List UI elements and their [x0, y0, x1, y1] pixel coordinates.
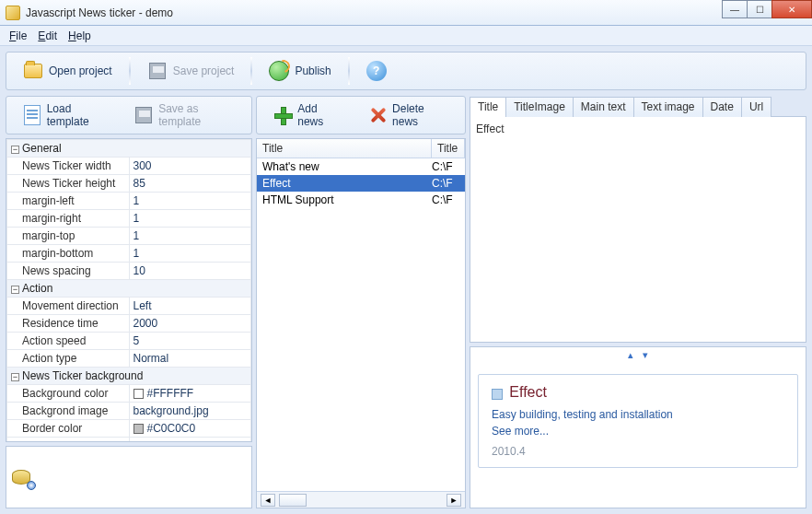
- x-icon: [368, 105, 387, 125]
- open-project-button[interactable]: Open project: [14, 57, 122, 85]
- open-project-label: Open project: [49, 64, 112, 77]
- scroll-right-icon[interactable]: ►: [447, 494, 461, 507]
- preview-body: Easy building, testing and installation: [492, 408, 784, 421]
- help-button[interactable]: ?: [357, 57, 396, 85]
- prop-value[interactable]: #FFFFFF: [129, 385, 251, 403]
- database-icon[interactable]: [12, 466, 34, 488]
- scroll-thumb[interactable]: [279, 494, 307, 507]
- globe-icon: [269, 61, 289, 81]
- menu-bar: File Edit Help: [0, 26, 812, 46]
- delete-news-button[interactable]: Delete news: [359, 99, 458, 132]
- preview-panel: ▴ ▾ Effect Easy building, testing and in…: [470, 346, 806, 508]
- scroll-left-icon[interactable]: ◄: [261, 494, 275, 507]
- save-project-button[interactable]: Save project: [138, 57, 244, 85]
- chevron-down-icon[interactable]: [492, 389, 503, 400]
- collapse-handle[interactable]: ▴ ▾: [470, 347, 806, 363]
- prop-value[interactable]: 1: [129, 193, 251, 210]
- column-titleimage[interactable]: Title: [432, 139, 465, 158]
- preview-card: Effect Easy building, testing and instal…: [478, 374, 798, 468]
- prop-key: News Ticker width: [7, 158, 130, 175]
- tab-maintext[interactable]: Main text: [573, 97, 634, 117]
- prop-key: Border color: [7, 420, 130, 438]
- menu-help[interactable]: Help: [63, 28, 97, 44]
- prop-key: Action speed: [7, 333, 130, 350]
- prop-key: Movement direction: [7, 298, 130, 315]
- list-item-title: Effect: [262, 177, 432, 190]
- prop-value[interactable]: background.jpg: [129, 403, 251, 420]
- prop-key: margin-right: [7, 210, 130, 228]
- prop-value[interactable]: 10: [129, 263, 251, 280]
- preview-title: Effect: [509, 384, 547, 400]
- toolbar-separator: [129, 57, 131, 85]
- tab-date[interactable]: Date: [702, 97, 742, 117]
- list-item-path: C:\F: [432, 193, 459, 206]
- prop-value[interactable]: 1: [129, 210, 251, 228]
- menu-edit[interactable]: Edit: [32, 28, 63, 44]
- publish-label: Publish: [295, 64, 331, 77]
- category-general[interactable]: −General: [7, 140, 251, 158]
- folder-open-icon: [23, 61, 43, 81]
- load-template-label: Load template: [47, 102, 110, 128]
- load-template-button[interactable]: Load template: [14, 99, 119, 132]
- publish-button[interactable]: Publish: [260, 57, 340, 85]
- prop-key: margin-left: [7, 193, 130, 210]
- list-item-title: HTML Support: [262, 193, 432, 206]
- column-title[interactable]: Title: [257, 139, 432, 158]
- prop-key: News spacing: [7, 263, 130, 280]
- help-icon: ?: [366, 61, 387, 81]
- prop-value[interactable]: 300: [129, 158, 251, 175]
- prop-key: margin-top: [7, 228, 130, 245]
- category-background[interactable]: −News Ticker background: [7, 368, 251, 385]
- maximize-button[interactable]: ☐: [747, 0, 772, 18]
- tab-title[interactable]: Title: [470, 97, 506, 117]
- minimize-button[interactable]: —: [722, 0, 748, 18]
- preview-see-more-link[interactable]: See more...: [492, 425, 784, 438]
- delete-news-label: Delete news: [392, 102, 448, 128]
- prop-value[interactable]: Left: [129, 298, 251, 315]
- prop-value[interactable]: 85: [129, 175, 251, 193]
- prop-key: Action type: [7, 350, 130, 368]
- preview-date: 2010.4: [492, 445, 784, 458]
- list-item-title: What's new: [262, 160, 432, 173]
- save-as-template-button[interactable]: Save as template: [126, 99, 244, 132]
- prop-key: Residence time: [7, 315, 130, 333]
- template-toolbar: Load template Save as template: [6, 96, 252, 134]
- news-list-header: Title Title: [257, 139, 465, 158]
- prop-value[interactable]: #C0C0C0: [129, 420, 251, 438]
- prop-value[interactable]: 1: [129, 228, 251, 245]
- toolbar-separator: [348, 57, 350, 85]
- datasource-panel: [6, 446, 252, 508]
- list-item[interactable]: EffectC:\F: [257, 175, 465, 192]
- list-item-path: C:\F: [432, 177, 459, 190]
- prop-value[interactable]: 1: [129, 438, 251, 442]
- prop-value[interactable]: 5: [129, 333, 251, 350]
- list-item-path: C:\F: [432, 160, 459, 173]
- tab-url[interactable]: Url: [741, 97, 771, 117]
- prop-value[interactable]: 1: [129, 245, 251, 263]
- main-toolbar: Open project Save project Publish ?: [6, 52, 806, 90]
- save-as-template-label: Save as template: [158, 102, 235, 128]
- window-title: Javascript News ticker - demo: [26, 6, 173, 19]
- tab-titleimage[interactable]: TitleImage: [505, 97, 574, 117]
- prop-value[interactable]: Normal: [129, 350, 251, 368]
- list-item[interactable]: What's newC:\F: [257, 158, 465, 175]
- add-news-button[interactable]: Add news: [264, 99, 352, 132]
- floppy-icon: [135, 105, 154, 125]
- prop-key: Backgrond image: [7, 403, 130, 420]
- prop-key: News Ticker height: [7, 175, 130, 193]
- menu-file[interactable]: File: [4, 28, 32, 44]
- add-news-label: Add news: [297, 102, 342, 128]
- close-button[interactable]: ✕: [771, 0, 812, 18]
- prop-value[interactable]: 2000: [129, 315, 251, 333]
- list-item[interactable]: HTML SupportC:\F: [257, 192, 465, 208]
- news-list[interactable]: Title Title What's newC:\FEffectC:\FHTML…: [256, 138, 466, 508]
- prop-key: margin-bottom: [7, 245, 130, 263]
- property-grid[interactable]: −General News Ticker width300 News Ticke…: [6, 138, 252, 442]
- prop-key: Border width: [7, 438, 130, 442]
- news-toolbar: Add news Delete news: [256, 96, 466, 134]
- tab-textimage[interactable]: Text image: [633, 97, 703, 117]
- title-input-value: Effect: [476, 123, 504, 135]
- horizontal-scrollbar[interactable]: ◄ ►: [257, 491, 465, 508]
- category-action[interactable]: −Action: [7, 280, 251, 298]
- title-input[interactable]: Effect: [470, 116, 806, 343]
